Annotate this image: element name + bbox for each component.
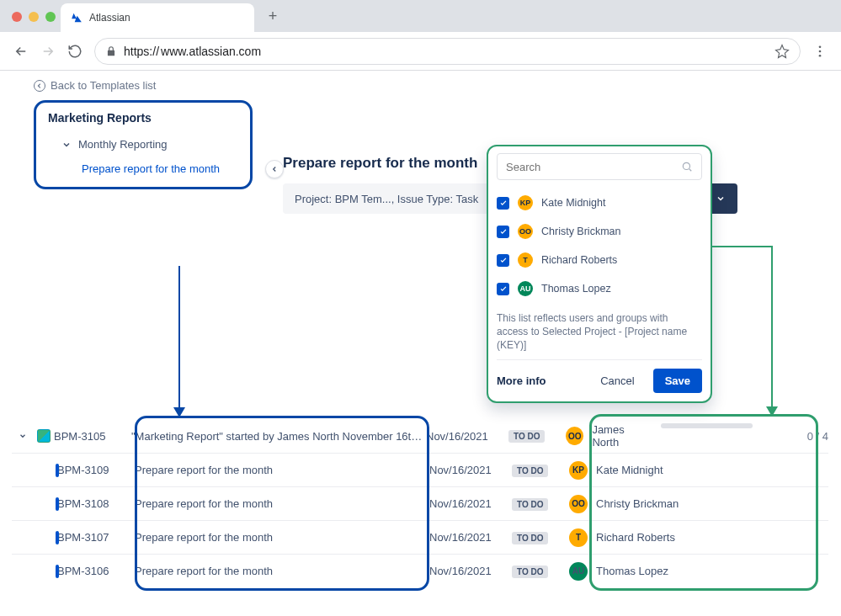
tab-favicon-icon (71, 12, 83, 24)
checkbox-icon[interactable] (497, 283, 509, 295)
annotation-arrow (771, 246, 773, 408)
window-zoom-icon[interactable] (45, 12, 56, 22)
tab-strip: Atlassian + (0, 0, 841, 32)
assigner-search-input[interactable] (506, 161, 681, 173)
bookmark-star-icon[interactable] (774, 44, 790, 59)
svg-point-0 (819, 45, 822, 48)
issue-type-icon (56, 565, 59, 578)
issue-date: Nov/16/2021 (429, 565, 512, 577)
new-tab-button[interactable]: + (261, 8, 285, 32)
assigner-dropdown-panel: KPKate MidnightOOChristy BrickmanTRichar… (487, 145, 712, 403)
table-row[interactable]: BPM-3107Prepare report for the monthNov/… (12, 520, 828, 554)
table-row[interactable]: BPM-3106Prepare report for the monthNov/… (12, 554, 828, 587)
avatar: OO (518, 224, 533, 239)
browser-chrome: Atlassian + https:// www.atlassian.com (0, 0, 841, 71)
avatar: T (518, 252, 533, 268)
progress-count: 0 / 4 (758, 430, 828, 443)
assignee-name: Richard Roberts (596, 531, 675, 544)
url-text: www.atlassian.com (161, 45, 261, 58)
issue-summary[interactable]: Prepare report for the month (135, 565, 429, 577)
issue-assignee[interactable]: OOChristy Brickman (569, 495, 758, 513)
template-section-label: Monthly Reporting (78, 138, 168, 151)
issue-key[interactable]: BPM-3106 (57, 565, 135, 577)
assigner-option[interactable]: TRichard Roberts (497, 246, 702, 274)
assigner-option[interactable]: KPKate Midnight (497, 189, 702, 217)
avatar: AU (569, 562, 588, 581)
assignee-name: James North (592, 423, 652, 449)
back-icon[interactable] (13, 44, 29, 59)
assigner-name: Richard Roberts (541, 254, 617, 266)
avatar: T (569, 528, 588, 547)
annotation-arrowhead (173, 407, 185, 417)
checkbox-icon[interactable] (497, 197, 509, 210)
assignee-name: Kate Midnight (596, 464, 663, 476)
back-to-templates-label: Back to Templates list (51, 79, 156, 92)
annotation-arrowhead (766, 406, 778, 417)
avatar: KP (518, 195, 533, 210)
status-badge: TO DO (512, 566, 548, 578)
table-row[interactable]: BPM-3108Prepare report for the monthNov/… (12, 486, 828, 520)
issue-table: BPM-3105"Marketing Report" started by Ja… (12, 419, 828, 587)
template-section[interactable]: Monthly Reporting (48, 138, 238, 151)
issue-key[interactable]: BPM-3107 (57, 531, 135, 544)
issue-type-icon (37, 429, 51, 443)
svg-point-1 (819, 50, 822, 52)
assigner-option[interactable]: OOChristy Brickman (497, 217, 702, 246)
save-button[interactable]: Save (653, 369, 702, 393)
assigner-note: This list reflects users and groups with… (497, 311, 702, 353)
chevron-down-icon (716, 194, 726, 204)
table-row[interactable]: BPM-3109Prepare report for the monthNov/… (12, 453, 828, 486)
issue-type-icon (56, 464, 59, 477)
issue-summary[interactable]: Prepare report for the month (135, 531, 429, 544)
project-filter[interactable]: Project: BPM Tem..., Issue Type: Task (283, 183, 507, 214)
issue-key[interactable]: BPM-3109 (57, 464, 135, 476)
assigner-search[interactable] (497, 153, 702, 180)
template-sidebar: Marketing Reports Monthly Reporting Prep… (34, 100, 253, 189)
assigner-name: Christy Brickman (541, 226, 620, 237)
chevron-down-icon (61, 140, 72, 150)
back-circle-icon (34, 80, 45, 92)
progress-bar (661, 423, 753, 428)
issue-date: Nov/16/2021 (429, 531, 512, 544)
status-badge: TO DO (512, 465, 548, 477)
issue-assignee[interactable]: KPKate Midnight (569, 461, 758, 480)
reload-icon[interactable] (67, 44, 83, 59)
window-close-icon[interactable] (12, 12, 22, 22)
template-item-link[interactable]: Prepare report for the month (48, 162, 238, 175)
issue-key[interactable]: BPM-3108 (57, 497, 135, 510)
cancel-button[interactable]: Cancel (600, 374, 634, 387)
issue-summary[interactable]: "Marketing Report" started by James Nort… (131, 430, 426, 443)
table-row[interactable]: BPM-3105"Marketing Report" started by Ja… (12, 419, 828, 453)
issue-assignee[interactable]: TRichard Roberts (569, 528, 758, 547)
assignee-name: Thomas Lopez (596, 565, 668, 577)
browser-menu-icon[interactable] (812, 44, 828, 59)
template-title: Marketing Reports (48, 111, 238, 125)
assigner-name: Kate Midnight (541, 197, 605, 209)
issue-assignee[interactable]: OOJames North (566, 423, 758, 449)
project-filter-label: Project: BPM Tem..., Issue Type: Task (295, 193, 478, 205)
address-bar[interactable]: https:// www.atlassian.com (94, 38, 801, 65)
issue-type-icon (56, 497, 59, 511)
browser-tab[interactable]: Atlassian (61, 3, 254, 32)
status-badge: TO DO (512, 498, 548, 511)
back-to-templates-link[interactable]: Back to Templates list (34, 79, 841, 92)
assigner-option[interactable]: AUThomas Lopez (497, 274, 702, 303)
expand-toggle-icon[interactable] (19, 432, 27, 440)
issue-summary[interactable]: Prepare report for the month (135, 464, 429, 476)
address-bar-row: https:// www.atlassian.com (0, 32, 841, 71)
issue-type-icon (56, 531, 59, 544)
issue-assignee[interactable]: AUThomas Lopez (569, 562, 758, 581)
issue-key[interactable]: BPM-3105 (54, 430, 131, 443)
sidebar-collapse-button[interactable] (265, 160, 284, 178)
annotation-arrow (712, 246, 773, 247)
chevron-left-icon (270, 165, 279, 173)
more-info-link[interactable]: More info (497, 374, 546, 387)
status-badge: TO DO (512, 532, 548, 544)
url-prefix: https:// (124, 45, 159, 58)
issue-date: Nov/16/2021 (429, 464, 512, 476)
checkbox-icon[interactable] (497, 254, 509, 267)
window-minimize-icon[interactable] (29, 12, 39, 22)
checkbox-icon[interactable] (497, 226, 509, 238)
svg-point-3 (683, 162, 689, 169)
issue-summary[interactable]: Prepare report for the month (135, 497, 429, 510)
